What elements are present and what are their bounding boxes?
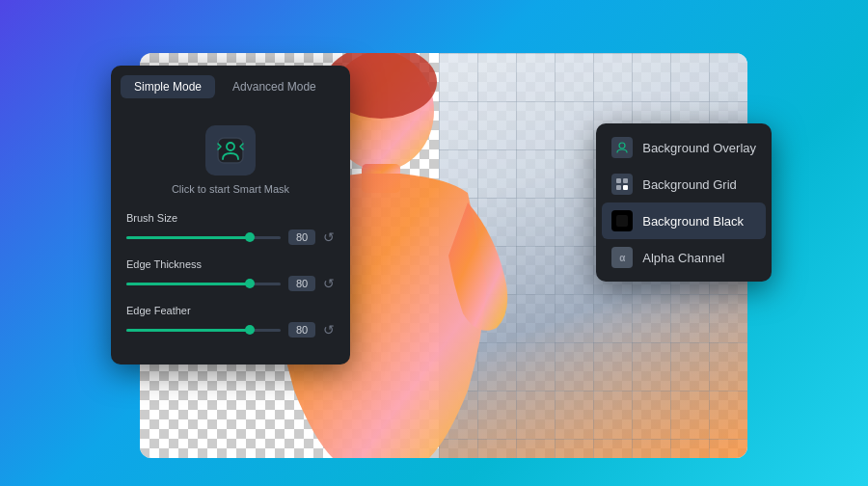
overlay-icon <box>611 137 633 158</box>
overlay-icon-svg <box>615 141 629 154</box>
brush-size-reset-icon[interactable]: ↺ <box>323 230 335 244</box>
smart-mask-area: Click to start Smart Mask <box>126 112 335 212</box>
black-icon-svg <box>615 214 629 228</box>
edge-thickness-row: 80 ↺ <box>126 276 335 291</box>
svg-rect-10 <box>616 215 628 227</box>
grid-icon <box>611 174 633 195</box>
brush-size-section: Brush Size 80 ↺ <box>126 212 335 245</box>
brush-size-row: 80 ↺ <box>126 230 335 245</box>
dropdown-item-alpha[interactable]: α Alpha Channel <box>602 239 766 276</box>
brush-size-track[interactable] <box>126 236 281 239</box>
black-icon <box>611 210 633 231</box>
dropdown-item-black[interactable]: Background Black <box>602 202 766 239</box>
edge-feather-row: 80 ↺ <box>126 322 335 338</box>
edge-thickness-track[interactable] <box>126 283 281 285</box>
svg-rect-9 <box>623 185 628 190</box>
main-container: Simple Mode Advanced Mode Click to start… <box>0 0 868 486</box>
edge-feather-label: Edge Feather <box>126 305 335 316</box>
edge-feather-thumb <box>245 325 255 335</box>
tab-simple-mode[interactable]: Simple Mode <box>121 75 215 98</box>
brush-size-fill <box>126 236 250 239</box>
brush-size-label: Brush Size <box>126 212 335 224</box>
panel-tabs: Simple Mode Advanced Mode <box>111 66 350 98</box>
background-dropdown: Background Overlay Background Grid Ba <box>596 123 772 282</box>
brush-size-value: 80 <box>288 230 315 245</box>
edge-feather-section: Edge Feather 80 ↺ <box>126 305 335 338</box>
grid-icon-svg <box>615 177 629 191</box>
alpha-icon: α <box>611 247 633 268</box>
panel-content: Click to start Smart Mask Brush Size 80 … <box>111 98 350 364</box>
overlay-label: Background Overlay <box>642 141 756 155</box>
edge-thickness-fill <box>126 283 250 285</box>
edge-thickness-thumb <box>245 279 255 288</box>
alpha-label: Alpha Channel <box>642 251 724 265</box>
edge-feather-value: 80 <box>288 322 315 338</box>
svg-rect-6 <box>616 178 621 183</box>
control-panel: Simple Mode Advanced Mode Click to start… <box>111 66 350 364</box>
edge-feather-track[interactable] <box>126 329 281 332</box>
edge-thickness-value: 80 <box>288 276 315 291</box>
edge-thickness-section: Edge Thickness 80 ↺ <box>126 258 335 291</box>
alpha-icon-text: α <box>619 253 625 263</box>
edge-feather-reset-icon[interactable]: ↺ <box>323 323 335 337</box>
dropdown-item-grid[interactable]: Background Grid <box>602 166 766 202</box>
smart-mask-icon-container[interactable] <box>205 125 256 176</box>
smart-mask-label: Click to start Smart Mask <box>172 183 289 195</box>
svg-rect-8 <box>616 185 621 190</box>
edge-thickness-label: Edge Thickness <box>126 258 335 270</box>
dropdown-item-overlay[interactable]: Background Overlay <box>602 129 766 166</box>
edge-feather-fill <box>126 329 250 332</box>
tab-advanced-mode[interactable]: Advanced Mode <box>219 75 330 98</box>
grid-label: Background Grid <box>642 177 737 192</box>
black-label: Background Black <box>642 214 744 229</box>
edge-thickness-reset-icon[interactable]: ↺ <box>323 277 335 290</box>
smart-mask-icon <box>216 136 245 165</box>
svg-point-5 <box>619 143 625 148</box>
brush-size-thumb <box>245 232 255 242</box>
svg-rect-7 <box>623 178 628 183</box>
